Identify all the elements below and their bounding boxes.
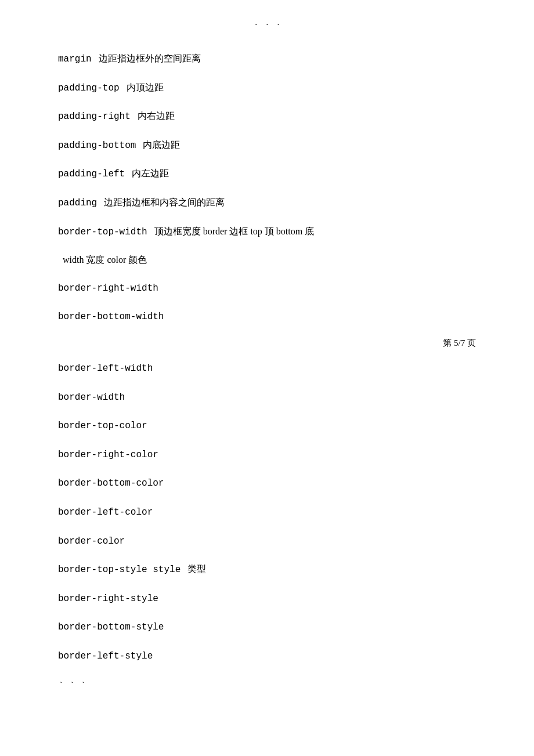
term-border-bottom-style: border-bottom-style — [58, 622, 164, 632]
term-border-top-style: border-top-style style — [58, 565, 181, 575]
term-padding: padding — [58, 198, 97, 208]
desc-border-top-style: 类型 — [187, 564, 206, 574]
list-item: margin 边距指边框外的空间距离 — [58, 51, 476, 67]
term-border-right-color: border-right-color — [58, 450, 158, 460]
list-item: border-right-color — [58, 447, 476, 463]
list-item: padding-top 内顶边距 — [58, 80, 476, 96]
term-border-left-color: border-left-color — [58, 507, 153, 518]
list-item: border-left-style — [58, 648, 476, 664]
term-border-top-color: border-top-color — [58, 421, 147, 431]
list-item: padding 边距指边框和内容之间的距离 — [58, 195, 476, 211]
list-item: border-bottom-style — [58, 619, 476, 635]
list-item: border-top-width 顶边框宽度 border 边框 top 顶 b… — [58, 224, 476, 240]
term-border-right-width: border-right-width — [58, 283, 158, 294]
page-indicator: 第 5/7 页 — [58, 338, 476, 349]
bottom-backtick: ` ` ` — [58, 681, 476, 692]
desc-padding: 边距指边框和内容之间的距离 — [104, 197, 225, 207]
list-item: padding-bottom 内底边距 — [58, 138, 476, 154]
desc-padding-left: 内左边距 — [132, 168, 169, 178]
term-border-left-style: border-left-style — [58, 651, 153, 661]
term-margin: margin — [58, 54, 92, 64]
page-container: ` ` ` margin 边距指边框外的空间距离 padding-top 内顶边… — [0, 0, 534, 756]
list-item: border-left-width — [58, 360, 476, 377]
list-item: border-color — [58, 533, 476, 549]
list-item: padding-left 内左边距 — [58, 166, 476, 182]
desc-padding-right: 内右边距 — [138, 111, 175, 121]
desc-padding-top: 内顶边距 — [127, 82, 164, 92]
top-backtick: ` ` ` — [58, 23, 476, 34]
term-border-color: border-color — [58, 536, 125, 547]
term-border-bottom-color: border-bottom-color — [58, 478, 164, 489]
desc-border-top-width: 顶边框宽度 border 边框 top 顶 bottom 底 — [154, 226, 315, 236]
list-item: border-top-style style 类型 — [58, 562, 476, 578]
content-list-top: margin 边距指边框外的空间距离 padding-top 内顶边距 padd… — [58, 51, 476, 325]
list-item: padding-right 内右边距 — [58, 108, 476, 125]
term-border-width: border-width — [58, 392, 125, 403]
list-item: border-right-width — [58, 280, 476, 296]
desc-padding-bottom: 内底边距 — [143, 140, 180, 150]
term-border-left-width: border-left-width — [58, 363, 153, 374]
list-item: border-top-color — [58, 418, 476, 434]
list-item: border-left-color — [58, 504, 476, 520]
desc-width-color: width 宽度 color 颜色 — [63, 255, 147, 265]
term-padding-top: padding-top — [58, 83, 120, 93]
list-item: border-width — [58, 389, 476, 406]
desc-margin: 边距指边框外的空间距离 — [99, 53, 201, 63]
term-padding-right: padding-right — [58, 111, 131, 122]
term-border-right-style: border-right-style — [58, 594, 158, 604]
term-border-bottom-width: border-bottom-width — [58, 312, 164, 322]
term-border-top-width: border-top-width — [58, 227, 147, 237]
term-padding-left: padding-left — [58, 169, 125, 179]
list-item: width 宽度 color 颜色 — [58, 252, 476, 267]
content-list-bottom: border-left-width border-width border-to… — [58, 360, 476, 664]
list-item: border-right-style — [58, 591, 476, 607]
list-item: border-bottom-width — [58, 309, 476, 325]
list-item: border-bottom-color — [58, 475, 476, 491]
term-padding-bottom: padding-bottom — [58, 140, 136, 151]
